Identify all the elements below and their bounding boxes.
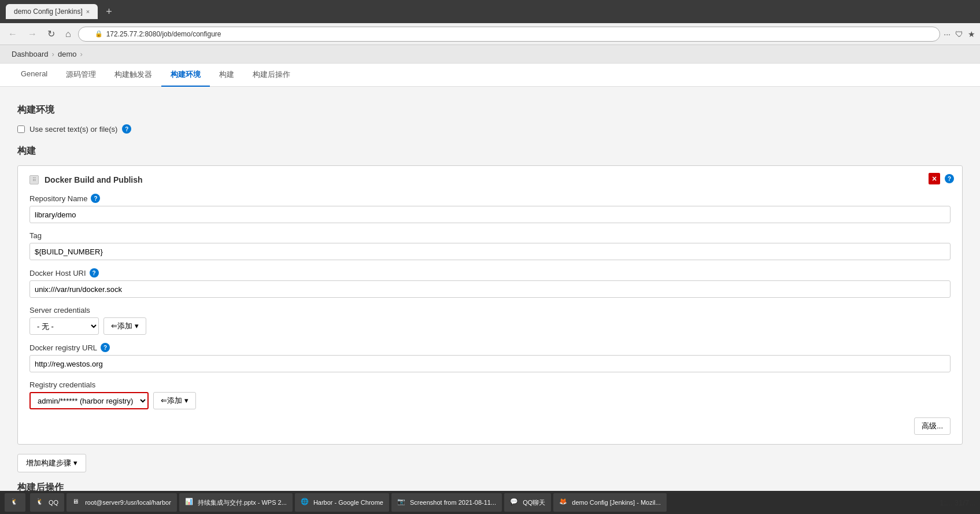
repo-name-label: Repository Name [29,194,87,203]
add-step-row: 增加构建步骤 ▾ [17,454,963,472]
add-registry-cred-button[interactable]: ⇐添加 ▾ [153,392,196,409]
wps-icon: 📊 [185,498,194,507]
tab-trigger[interactable]: 构建触发器 [105,64,161,87]
breadcrumb-sep2: › [80,50,82,58]
server-cred-row: - 无 - ⇐添加 ▾ [29,317,951,335]
secret-help-icon[interactable]: ? [122,124,131,134]
server-cred-select[interactable]: - 无 - [29,317,99,335]
add-build-step-button[interactable]: 增加构建步骤 ▾ [17,454,86,472]
build-env-title: 构建环境 [17,104,963,116]
taskbar-harbor-label: Harbor - Google Chrome [313,499,383,506]
registry-cred-label-row: Registry credentials [29,380,951,389]
tab-post[interactable]: 构建后操作 [243,64,299,87]
taskbar-qq[interactable]: 🐧 QQ [30,493,64,512]
tag-label: Tag [29,231,42,240]
docker-host-help-icon[interactable]: ? [90,268,99,278]
lock-icon: 🔒 [95,30,103,38]
browser-tab[interactable]: demo Config [Jenkins] × [6,4,98,19]
add-server-cred-button[interactable]: ⇐添加 ▾ [103,317,146,335]
build-section: 构建 ⠿ Docker Build and Publish × ? Reposi… [17,145,963,472]
nav-icons: ··· 🛡 ★ [944,29,975,39]
breadcrumb-dashboard[interactable]: Dashboard [12,50,49,58]
docker-host-group: Docker Host URI ? [29,268,951,298]
docker-host-input[interactable] [29,280,951,298]
server-cred-label-row: Server credentials [29,306,951,315]
tag-label-row: Tag [29,231,951,240]
delete-plugin-button[interactable]: × [929,173,940,184]
back-button[interactable]: ← [5,28,21,40]
forward-button[interactable]: → [24,28,40,40]
tab-env[interactable]: 构建环境 [161,64,210,87]
screenshot-icon: 📷 [397,498,406,507]
breadcrumb: Dashboard › demo › [0,45,980,64]
server-cred-label: Server credentials [29,306,90,315]
plugin-title: Docker Build and Publish [45,175,143,184]
tab-source[interactable]: 源码管理 [57,64,105,87]
repo-name-help-icon[interactable]: ? [91,194,100,203]
taskbar-terminal[interactable]: 🖥 root@server9:/usr/local/harbor [66,493,177,512]
advanced-row: 高级... [29,417,951,435]
taskbar-harbor[interactable]: 🌐 Harbor - Google Chrome [295,493,389,512]
tab-general[interactable]: General [12,64,57,87]
tab-close-btn[interactable]: × [86,8,90,15]
firefox-icon: 🦊 [559,498,568,507]
taskbar-terminal-label: root@server9:/usr/local/harbor [85,499,171,506]
taskbar-screenshot[interactable]: 📷 Screenshot from 2021-08-11... [391,493,502,512]
registry-url-label: Docker registry URL [29,343,97,352]
drag-handle[interactable]: ⠿ [29,175,39,184]
docker-host-label-row: Docker Host URI ? [29,268,951,278]
registry-url-input[interactable] [29,355,951,372]
registry-cred-select[interactable]: admin/****** (harbor registry) [29,392,149,409]
taskbar-date: 31/7... [955,498,975,507]
tab-build[interactable]: 构建 [210,64,243,87]
tab-nav: General 源码管理 构建触发器 构建环境 构建 构建后操作 [0,64,980,87]
url-bar[interactable]: 🔒 172.25.77.2:8080/job/demo/configure [78,27,941,42]
taskbar-qq-label: QQ [49,499,58,506]
plugin-actions: × ? [929,173,954,184]
tag-group: Tag [29,231,951,260]
taskbar-tux[interactable]: 🐧 [5,493,25,512]
docker-host-label: Docker Host URI [29,269,86,278]
add-registry-cred-label: ⇐添加 ▾ [161,395,188,406]
registry-url-label-row: Docker registry URL ? [29,343,951,352]
taskbar-screenshot-label: Screenshot from 2021-08-11... [410,499,496,506]
terminal-icon: 🖥 [72,498,82,507]
advanced-button[interactable]: 高级... [914,417,951,435]
repo-name-input[interactable] [29,206,951,223]
new-tab-btn[interactable]: + [102,6,116,18]
breadcrumb-demo[interactable]: demo [58,50,77,58]
secret-checkbox[interactable] [17,125,25,133]
qq-icon: 🐧 [36,498,45,507]
repo-name-label-row: Repository Name ? [29,194,951,203]
taskbar-wps[interactable]: 📊 持续集成与交付.pptx - WPS 2... [179,493,293,512]
home-button[interactable]: ⌂ [62,28,75,40]
tab-label: demo Config [Jenkins] [14,8,83,16]
repo-name-group: Repository Name ? [29,194,951,223]
tag-input[interactable] [29,243,951,260]
refresh-button[interactable]: ↻ [44,27,58,40]
taskbar-wps-label: 持续集成与交付.pptx - WPS 2... [198,498,287,507]
build-title: 构建 [17,145,963,157]
browser-chrome: demo Config [Jenkins] × + [0,0,980,23]
taskbar-qq2-label: QQ聊天 [523,498,545,507]
taskbar-jenkins-ff[interactable]: 🦊 demo Config [Jenkins] - Mozil... [553,493,666,512]
more-button[interactable]: ··· [944,29,951,39]
main-area: General 源码管理 构建触发器 构建环境 构建 构建后操作 构建环境 Us… [0,64,980,514]
plugin-card: ⠿ Docker Build and Publish × ? Repositor… [17,165,963,445]
harbor-icon: 🌐 [301,498,310,507]
taskbar-time: 1:... [940,498,952,507]
plugin-help-icon[interactable]: ? [945,174,954,183]
secret-checkbox-row: Use secret text(s) or file(s) ? [17,124,963,134]
registry-url-help-icon[interactable]: ? [101,343,110,352]
taskbar-qq2[interactable]: 💬 QQ聊天 [504,493,551,512]
content-area: 构建环境 Use secret text(s) or file(s) ? 构建 … [0,87,980,514]
add-build-step-label: 增加构建步骤 ▾ [26,458,77,468]
breadcrumb-sep1: › [52,50,54,58]
bookmark-button[interactable]: ★ [968,29,975,39]
tux-icon: 🐧 [10,498,20,507]
shield-button[interactable]: 🛡 [955,29,963,39]
add-server-cred-label: ⇐添加 ▾ [111,321,139,331]
nav-bar: ← → ↻ ⌂ 🔒 172.25.77.2:8080/job/demo/conf… [0,23,980,45]
plugin-card-header: ⠿ Docker Build and Publish [29,175,951,184]
taskbar-right: 1:... 31/7... [940,498,975,507]
